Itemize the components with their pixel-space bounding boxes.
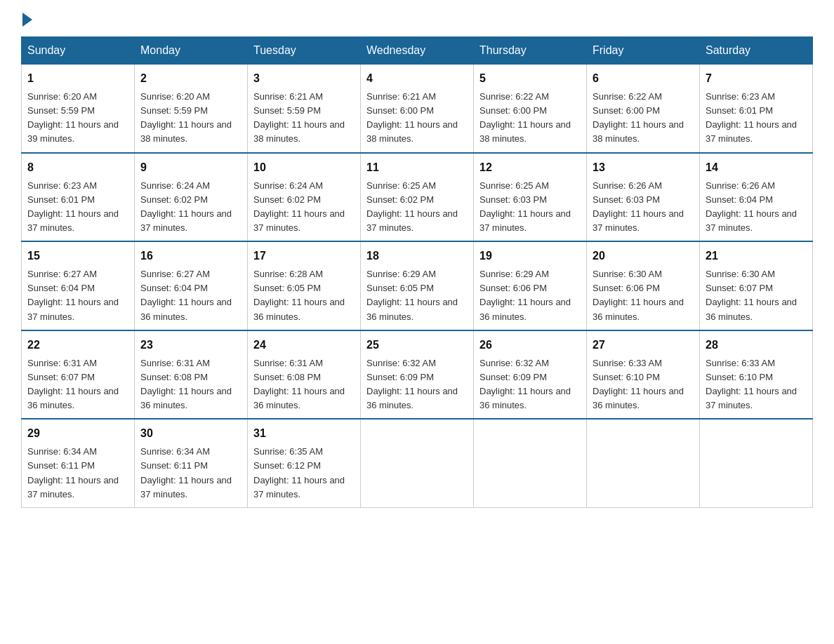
day-info: Sunrise: 6:31 AMSunset: 6:08 PMDaylight:… bbox=[253, 356, 355, 413]
calendar-table: SundayMondayTuesdayWednesdayThursdayFrid… bbox=[21, 36, 813, 508]
day-info: Sunrise: 6:26 AMSunset: 6:04 PMDaylight:… bbox=[706, 179, 807, 236]
day-info: Sunrise: 6:31 AMSunset: 6:07 PMDaylight:… bbox=[27, 356, 128, 413]
day-info: Sunrise: 6:20 AMSunset: 5:59 PMDaylight:… bbox=[27, 90, 128, 147]
calendar-cell: 7Sunrise: 6:23 AMSunset: 6:01 PMDaylight… bbox=[700, 65, 813, 153]
day-number: 30 bbox=[140, 425, 241, 442]
day-number: 23 bbox=[140, 337, 241, 354]
calendar-cell: 11Sunrise: 6:25 AMSunset: 6:02 PMDayligh… bbox=[361, 153, 474, 242]
day-info: Sunrise: 6:32 AMSunset: 6:09 PMDaylight:… bbox=[366, 356, 468, 413]
logo bbox=[21, 14, 32, 24]
day-number: 5 bbox=[479, 70, 581, 87]
day-info: Sunrise: 6:35 AMSunset: 6:12 PMDaylight:… bbox=[253, 445, 355, 502]
day-number: 3 bbox=[253, 70, 355, 87]
calendar-cell: 29Sunrise: 6:34 AMSunset: 6:11 PMDayligh… bbox=[22, 419, 135, 507]
calendar-week-row: 8Sunrise: 6:23 AMSunset: 6:01 PMDaylight… bbox=[22, 153, 813, 242]
day-number: 17 bbox=[253, 248, 355, 264]
calendar-cell: 24Sunrise: 6:31 AMSunset: 6:08 PMDayligh… bbox=[248, 330, 361, 420]
day-number: 7 bbox=[706, 70, 807, 87]
day-info: Sunrise: 6:27 AMSunset: 6:04 PMDaylight:… bbox=[27, 267, 128, 324]
day-number: 10 bbox=[253, 159, 355, 176]
calendar-week-row: 1Sunrise: 6:20 AMSunset: 5:59 PMDaylight… bbox=[22, 65, 813, 153]
day-info: Sunrise: 6:28 AMSunset: 6:05 PMDaylight:… bbox=[253, 267, 355, 324]
day-info: Sunrise: 6:25 AMSunset: 6:02 PMDaylight:… bbox=[366, 179, 468, 236]
day-number: 1 bbox=[27, 70, 128, 87]
day-info: Sunrise: 6:25 AMSunset: 6:03 PMDaylight:… bbox=[479, 179, 581, 236]
day-info: Sunrise: 6:20 AMSunset: 5:59 PMDaylight:… bbox=[140, 90, 241, 147]
day-number: 9 bbox=[140, 159, 241, 176]
day-number: 27 bbox=[593, 337, 694, 354]
calendar-cell: 26Sunrise: 6:32 AMSunset: 6:09 PMDayligh… bbox=[474, 330, 587, 420]
calendar-cell: 31Sunrise: 6:35 AMSunset: 6:12 PMDayligh… bbox=[248, 419, 361, 507]
calendar-cell: 12Sunrise: 6:25 AMSunset: 6:03 PMDayligh… bbox=[474, 153, 587, 242]
day-info: Sunrise: 6:34 AMSunset: 6:11 PMDaylight:… bbox=[140, 445, 241, 502]
calendar-cell: 17Sunrise: 6:28 AMSunset: 6:05 PMDayligh… bbox=[248, 241, 361, 330]
calendar-cell: 16Sunrise: 6:27 AMSunset: 6:04 PMDayligh… bbox=[135, 241, 248, 330]
calendar-cell: 20Sunrise: 6:30 AMSunset: 6:06 PMDayligh… bbox=[587, 241, 700, 330]
day-number: 28 bbox=[706, 337, 807, 354]
day-number: 26 bbox=[479, 337, 581, 354]
calendar-cell: 21Sunrise: 6:30 AMSunset: 6:07 PMDayligh… bbox=[700, 241, 813, 330]
calendar-cell: 15Sunrise: 6:27 AMSunset: 6:04 PMDayligh… bbox=[22, 241, 135, 330]
day-info: Sunrise: 6:24 AMSunset: 6:02 PMDaylight:… bbox=[140, 179, 241, 236]
day-number: 22 bbox=[27, 337, 128, 354]
calendar-cell: 8Sunrise: 6:23 AMSunset: 6:01 PMDaylight… bbox=[22, 153, 135, 242]
weekday-header-sunday: Sunday bbox=[22, 37, 135, 65]
calendar-cell bbox=[700, 419, 813, 507]
day-info: Sunrise: 6:27 AMSunset: 6:04 PMDaylight:… bbox=[140, 267, 241, 324]
day-info: Sunrise: 6:21 AMSunset: 5:59 PMDaylight:… bbox=[253, 90, 355, 147]
calendar-cell: 5Sunrise: 6:22 AMSunset: 6:00 PMDaylight… bbox=[474, 65, 587, 153]
weekday-header-wednesday: Wednesday bbox=[361, 37, 474, 65]
day-info: Sunrise: 6:23 AMSunset: 6:01 PMDaylight:… bbox=[27, 179, 128, 236]
calendar-cell: 19Sunrise: 6:29 AMSunset: 6:06 PMDayligh… bbox=[474, 241, 587, 330]
day-number: 25 bbox=[366, 337, 468, 354]
day-number: 14 bbox=[706, 159, 807, 176]
calendar-week-row: 22Sunrise: 6:31 AMSunset: 6:07 PMDayligh… bbox=[22, 330, 813, 420]
day-number: 2 bbox=[140, 70, 241, 87]
day-info: Sunrise: 6:29 AMSunset: 6:05 PMDaylight:… bbox=[366, 267, 468, 324]
day-info: Sunrise: 6:22 AMSunset: 6:00 PMDaylight:… bbox=[593, 90, 694, 147]
calendar-cell: 25Sunrise: 6:32 AMSunset: 6:09 PMDayligh… bbox=[361, 330, 474, 420]
calendar-cell: 23Sunrise: 6:31 AMSunset: 6:08 PMDayligh… bbox=[135, 330, 248, 420]
calendar-cell bbox=[587, 419, 700, 507]
day-info: Sunrise: 6:22 AMSunset: 6:00 PMDaylight:… bbox=[479, 90, 581, 147]
calendar-week-row: 15Sunrise: 6:27 AMSunset: 6:04 PMDayligh… bbox=[22, 241, 813, 330]
calendar-cell: 14Sunrise: 6:26 AMSunset: 6:04 PMDayligh… bbox=[700, 153, 813, 242]
calendar-cell: 6Sunrise: 6:22 AMSunset: 6:00 PMDaylight… bbox=[587, 65, 700, 153]
calendar-header-row: SundayMondayTuesdayWednesdayThursdayFrid… bbox=[22, 37, 813, 65]
day-number: 19 bbox=[479, 248, 581, 264]
calendar-cell: 2Sunrise: 6:20 AMSunset: 5:59 PMDaylight… bbox=[135, 65, 248, 153]
day-info: Sunrise: 6:33 AMSunset: 6:10 PMDaylight:… bbox=[706, 356, 807, 413]
day-number: 11 bbox=[366, 159, 468, 176]
day-number: 13 bbox=[593, 159, 694, 176]
calendar-cell: 9Sunrise: 6:24 AMSunset: 6:02 PMDaylight… bbox=[135, 153, 248, 242]
calendar-cell: 18Sunrise: 6:29 AMSunset: 6:05 PMDayligh… bbox=[361, 241, 474, 330]
day-number: 8 bbox=[27, 159, 128, 176]
weekday-header-tuesday: Tuesday bbox=[248, 37, 361, 65]
day-number: 20 bbox=[593, 248, 694, 264]
day-info: Sunrise: 6:31 AMSunset: 6:08 PMDaylight:… bbox=[140, 356, 241, 413]
day-info: Sunrise: 6:30 AMSunset: 6:06 PMDaylight:… bbox=[593, 267, 694, 324]
day-info: Sunrise: 6:33 AMSunset: 6:10 PMDaylight:… bbox=[593, 356, 694, 413]
calendar-cell bbox=[361, 419, 474, 507]
day-number: 4 bbox=[366, 70, 468, 87]
day-info: Sunrise: 6:34 AMSunset: 6:11 PMDaylight:… bbox=[27, 445, 128, 502]
calendar-cell: 27Sunrise: 6:33 AMSunset: 6:10 PMDayligh… bbox=[587, 330, 700, 420]
weekday-header-thursday: Thursday bbox=[474, 37, 587, 65]
day-number: 24 bbox=[253, 337, 355, 354]
calendar-cell bbox=[474, 419, 587, 507]
calendar-cell: 10Sunrise: 6:24 AMSunset: 6:02 PMDayligh… bbox=[248, 153, 361, 242]
day-number: 15 bbox=[27, 248, 128, 264]
day-number: 6 bbox=[593, 70, 694, 87]
day-number: 21 bbox=[706, 248, 807, 264]
page-header bbox=[21, 14, 813, 24]
calendar-cell: 13Sunrise: 6:26 AMSunset: 6:03 PMDayligh… bbox=[587, 153, 700, 242]
day-info: Sunrise: 6:21 AMSunset: 6:00 PMDaylight:… bbox=[366, 90, 468, 147]
calendar-cell: 28Sunrise: 6:33 AMSunset: 6:10 PMDayligh… bbox=[700, 330, 813, 420]
calendar-cell: 30Sunrise: 6:34 AMSunset: 6:11 PMDayligh… bbox=[135, 419, 248, 507]
day-info: Sunrise: 6:23 AMSunset: 6:01 PMDaylight:… bbox=[706, 90, 807, 147]
weekday-header-saturday: Saturday bbox=[700, 37, 813, 65]
calendar-cell: 22Sunrise: 6:31 AMSunset: 6:07 PMDayligh… bbox=[22, 330, 135, 420]
weekday-header-monday: Monday bbox=[135, 37, 248, 65]
day-number: 16 bbox=[140, 248, 241, 264]
day-info: Sunrise: 6:29 AMSunset: 6:06 PMDaylight:… bbox=[479, 267, 581, 324]
